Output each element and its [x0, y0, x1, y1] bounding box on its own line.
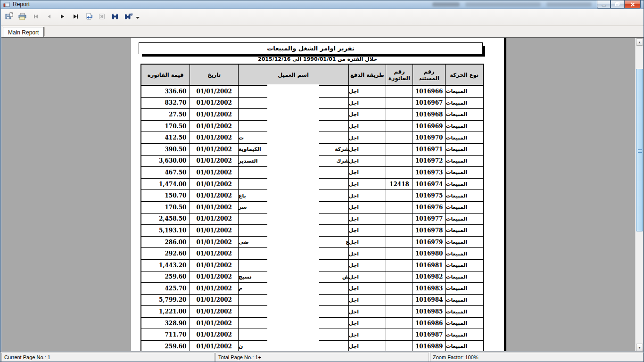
customer-name-fragment-end: [239, 318, 268, 329]
cell-date: 01/01/2002: [190, 306, 238, 317]
cell-transaction-type: المبيعات: [445, 202, 483, 213]
customer-name-fragment-end: ن: [239, 341, 268, 351]
cell-invoice-value: 467.50: [141, 167, 190, 178]
column-header: قيمة الفاتورة: [141, 65, 190, 85]
cell-invoice-value: 259.60: [141, 272, 190, 283]
customer-name-fragment-start: [320, 167, 348, 178]
customer-name-fragment-start: [320, 248, 348, 259]
cell-transaction-type: المبيعات: [445, 98, 483, 109]
cell-invoice-value: 412.50: [141, 132, 190, 143]
tab-divider: [44, 27, 45, 36]
cell-invoice-number: [386, 283, 413, 294]
customer-name-fragment-end: [239, 225, 268, 236]
cell-payment-method: اجل: [348, 283, 386, 294]
cell-document-number: 1016987: [413, 329, 446, 340]
column-header: اسم العميل: [238, 65, 348, 85]
cell-transaction-type: المبيعات: [445, 86, 483, 97]
customer-name-fragment-end: التصدير: [239, 156, 268, 167]
customer-name-fragment-end: [239, 179, 268, 190]
report-toolbar: [1, 9, 644, 26]
scroll-thumb[interactable]: [636, 69, 643, 231]
cell-invoice-number: [386, 237, 413, 248]
cell-invoice-value: 292.60: [141, 248, 190, 259]
cell-document-number: 1016975: [413, 190, 446, 201]
cell-payment-method: اجل: [348, 248, 386, 259]
cell-invoice-value: 286.00: [141, 237, 190, 248]
first-page-button[interactable]: [29, 11, 42, 24]
cell-document-number: 1016973: [413, 167, 446, 178]
cell-payment-method: اجل: [348, 295, 386, 306]
cell-document-number: 1016986: [413, 318, 446, 329]
restore-button[interactable]: [611, 0, 624, 8]
cell-invoice-value: 711.70: [141, 329, 190, 340]
customer-name-fragment-start: [320, 214, 348, 225]
cell-date: 01/01/2002: [190, 283, 238, 294]
report-viewport: تقرير اوامر الشغل والمبيعات خلال الفترة …: [1, 37, 644, 351]
customer-name-fragment-end: نسيج: [239, 272, 268, 283]
cell-document-number: 1016985: [413, 306, 446, 317]
tab-main-report[interactable]: Main Report: [3, 27, 44, 37]
goto-page-icon: [84, 12, 93, 23]
cell-transaction-type: المبيعات: [445, 306, 483, 317]
goto-page-button[interactable]: [82, 11, 95, 24]
cell-transaction-type: المبيعات: [445, 121, 483, 132]
cell-payment-method: اجل: [348, 179, 386, 190]
customer-name-fragment-end: [239, 306, 268, 317]
cell-date: 01/01/2002: [190, 98, 238, 109]
zoom-button[interactable]: [122, 11, 134, 24]
next-page-icon: [58, 13, 66, 22]
cell-transaction-type: المبيعات: [445, 156, 483, 167]
last-page-button[interactable]: [69, 11, 82, 24]
cell-transaction-type: المبيعات: [445, 237, 483, 248]
cell-transaction-type: المبيعات: [445, 190, 483, 201]
customer-name-fragment-start: [320, 329, 348, 340]
find-icon: [111, 13, 119, 22]
column-header: تاريخ: [190, 65, 238, 85]
scroll-down-button[interactable]: ▼: [636, 344, 643, 351]
find-text-button[interactable]: [108, 11, 121, 24]
cell-date: 01/01/2002: [190, 237, 238, 248]
cell-invoice-value: 1,221.00: [141, 306, 190, 317]
cell-invoice-number: [386, 132, 413, 143]
zoom-dropdown-caret[interactable]: [136, 17, 140, 19]
previous-page-button[interactable]: [42, 11, 55, 24]
close-view-button[interactable]: [95, 11, 108, 24]
customer-name-fragment-end: ضى: [239, 237, 268, 248]
cell-payment-method: اجل: [348, 167, 386, 178]
cell-document-number: 1016981: [413, 260, 446, 271]
cell-payment-method: اجل: [348, 306, 386, 317]
tab-strip: Main Report: [1, 26, 644, 37]
cell-date: 01/01/2002: [190, 144, 238, 155]
report-page: تقرير اوامر الشغل والمبيعات خلال الفترة …: [131, 38, 504, 351]
cell-document-number: 1016982: [413, 272, 446, 283]
print-report-button[interactable]: [16, 11, 29, 24]
cell-transaction-type: المبيعات: [445, 260, 483, 271]
cell-transaction-type: المبيعات: [445, 341, 483, 351]
cell-invoice-number: [386, 341, 413, 351]
cell-transaction-type: المبيعات: [445, 248, 483, 259]
minimize-button[interactable]: [597, 0, 611, 8]
column-header: رقم الفاتورة: [386, 65, 413, 85]
cell-document-number: 1016972: [413, 156, 446, 167]
close-button[interactable]: [624, 0, 641, 8]
cell-date: 01/01/2002: [190, 132, 238, 143]
customer-name-fragment-end: [239, 121, 268, 132]
cell-payment-method: اجل: [348, 98, 386, 109]
cell-invoice-value: 5,193.10: [141, 225, 190, 236]
zoom-icon: [124, 13, 133, 22]
cell-transaction-type: المبيعات: [445, 179, 483, 190]
cell-payment-method: اجل: [348, 214, 386, 225]
vertical-scrollbar[interactable]: ▲ ▼: [635, 38, 643, 351]
customer-name-fragment-start: شرك: [320, 156, 348, 167]
customer-name-fragment-end: [239, 248, 268, 259]
export-icon: [5, 12, 14, 23]
customer-name-fragment-end: [239, 98, 268, 109]
cell-transaction-type: المبيعات: [445, 144, 483, 155]
next-page-button[interactable]: [56, 11, 68, 24]
cell-date: 01/01/2002: [190, 329, 238, 340]
cell-payment-method: اجل: [348, 272, 386, 283]
scroll-up-button[interactable]: ▲: [636, 38, 643, 46]
export-report-button[interactable]: [3, 11, 16, 24]
cell-invoice-value: 259.60: [141, 341, 190, 351]
customer-name-fragment-end: [239, 295, 268, 306]
